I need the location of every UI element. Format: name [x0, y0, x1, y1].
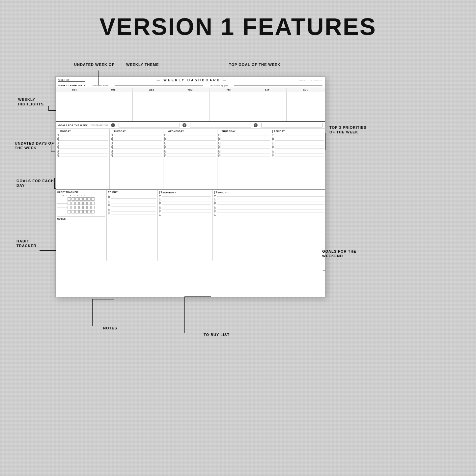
friday-cb-9: [272, 155, 324, 157]
ann-line-top-goal: [262, 70, 262, 85]
tuesday-cb-6: [111, 147, 162, 149]
days-header: MON TUE WED THU FRI SAT SUN: [56, 88, 325, 92]
ann-line-ud-v: [51, 144, 51, 152]
flag-tuesday: [111, 130, 113, 133]
weekday-monday: MONDAY: [56, 129, 110, 189]
ann-line-top3-h: [325, 150, 329, 150]
days-grid: [56, 92, 325, 122]
day-cell-tue: [94, 92, 133, 121]
tobuy-cb-4: [108, 203, 156, 205]
ann-line-notes-h: [92, 299, 114, 299]
wednesday-cb-2: [164, 137, 216, 139]
notes-title: NOTES: [57, 218, 105, 220]
tobuy-cb-3: [108, 200, 156, 202]
monday-cb-3: [57, 139, 108, 141]
ann-line-top3-v: [325, 133, 325, 150]
ann-undated-week-of: UNDATED WEEK OF: [74, 63, 114, 67]
ann-weekly-theme: WEEKLY THEME: [126, 63, 159, 67]
wednesday-cb-7: [164, 150, 216, 152]
tuesday-cb-1: [111, 134, 162, 136]
wednesday-name: WEDNESDAY: [164, 130, 216, 133]
wednesday-cb-9: [164, 155, 216, 157]
habit-row-3: [57, 206, 105, 209]
ann-tobuy: TO BUY LIST: [204, 333, 230, 337]
sat-cb-4: [159, 203, 211, 205]
goal-line: [234, 85, 322, 86]
saturday-section: SATURDAY: [158, 190, 213, 261]
day-mon: MON: [56, 88, 94, 92]
thursday-name: THURSDAY: [218, 130, 270, 133]
flag-saturday: [159, 191, 161, 194]
monday-cb-1: [57, 134, 108, 136]
saturday-name: SATURDAY: [162, 191, 176, 194]
priority-badge-1: 1: [111, 123, 115, 127]
day-thu: THU: [171, 88, 210, 92]
tobuy-cb-1: [108, 195, 156, 197]
flag-sunday: [214, 191, 216, 194]
tuesday-cb-9: [111, 155, 162, 157]
day-cell-thu: [171, 92, 210, 121]
ann-line-gw-v: [323, 257, 323, 270]
ann-line-tobuy-h: [184, 296, 211, 297]
priority-badge-2: 2: [182, 123, 186, 127]
goals-for-week-title: GOALS FOR THE WEEK: [58, 124, 88, 126]
monday-cb-5: [57, 145, 108, 147]
friday-cb-1: [272, 134, 324, 136]
tobuy-cb-6: [108, 208, 156, 210]
sat-cb-3: [159, 201, 211, 203]
day-wed: WED: [133, 88, 171, 92]
theme-line: [115, 85, 203, 86]
day-cell-sun: [287, 92, 325, 121]
goal-label: This week's top goal: [210, 85, 228, 87]
day-cell-sat: [248, 92, 287, 121]
priority-badge-3: 3: [254, 123, 258, 127]
notes-line-4: [57, 239, 105, 244]
monday-cb-6: [57, 147, 108, 149]
day-cell-mon: [56, 92, 94, 121]
saturday-name-row: SATURDAY: [159, 191, 211, 194]
tuesday-cb-4: [111, 142, 162, 144]
monday-cb-9: [57, 155, 108, 157]
thursday-cb-2: [218, 137, 270, 139]
sun-cb-5: [214, 206, 324, 208]
bottom-section: HABIT TRACKER M T W T F S S: [56, 190, 325, 261]
day-sun: SUN: [287, 88, 325, 92]
goals-header: GOALS FOR THE WEEK TOP PRIORITIES 1 2 3: [56, 122, 325, 129]
friday-cb-4: [272, 142, 324, 144]
notes-section: NOTES: [57, 216, 105, 244]
ann-line-notes-v: [92, 299, 93, 326]
ann-goals-each-day: GOALS FOR EACHDAY: [16, 179, 54, 188]
notes-line-3: [57, 233, 105, 238]
sat-cb-6: [159, 209, 211, 210]
habit-row-2: [57, 202, 105, 205]
habit-tracker-section: HABIT TRACKER M T W T F S S: [56, 190, 107, 261]
habit-tracker-title: HABIT TRACKER: [57, 191, 105, 193]
day-cell-fri: [210, 92, 248, 121]
ann-line-wh-v: [48, 106, 49, 111]
friday-cb-7: [272, 150, 324, 152]
sun-cb-1: [214, 195, 324, 197]
day-cell-wed: [133, 92, 171, 121]
friday-cb-5: [272, 145, 324, 147]
thursday-cb-8: [218, 153, 270, 154]
notes-line-1: [57, 221, 105, 226]
tobuy-cb-2: [108, 197, 156, 199]
planner-header: WEEK OF — WEEKLY DASHBOARD — BUSY BALANC…: [56, 77, 325, 83]
sun-cb-2: [214, 198, 324, 200]
sat-cb-7: [159, 211, 211, 213]
tuesday-cb-7: [111, 150, 162, 152]
ann-goals-weekend: GOALS FOR THEWEEKEND: [322, 249, 356, 259]
week-of-label: WEEK OF: [58, 79, 85, 82]
monday-cb-7: [57, 150, 108, 152]
tuesday-name: TUESDAY: [111, 130, 162, 133]
sun-cb-6: [214, 209, 324, 210]
thursday-cb-9: [218, 155, 270, 157]
dashboard-title: — WEEKLY DASHBOARD —: [157, 78, 228, 82]
wednesday-cb-3: [164, 139, 216, 141]
tuesday-cb-3: [111, 139, 162, 141]
ann-habit-tracker: HABITTRACKER: [16, 239, 37, 248]
wednesday-cb-6: [164, 147, 216, 149]
flag-monday: [57, 130, 59, 133]
monday-cb-2: [57, 137, 108, 139]
ann-top-goal: TOP GOAL OF THE WEEK: [229, 63, 280, 67]
